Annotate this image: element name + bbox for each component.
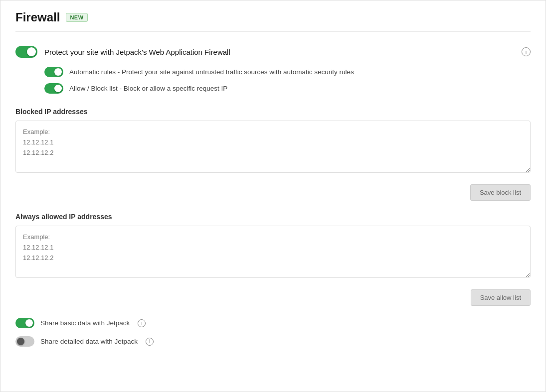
share-basic-slider bbox=[15, 318, 34, 328]
allowed-ips-title: Always allowed IP addresses bbox=[15, 213, 531, 221]
save-allow-list-row: Save allow list bbox=[15, 289, 531, 306]
main-firewall-toggle[interactable] bbox=[15, 46, 37, 58]
share-detailed-info-icon[interactable]: i bbox=[146, 338, 154, 346]
save-block-list-button[interactable]: Save block list bbox=[470, 184, 531, 201]
bottom-toggles: Share basic data with Jetpack i Share de… bbox=[15, 318, 531, 347]
automatic-rules-label: Automatic rules - Protect your site agai… bbox=[69, 68, 354, 76]
save-allow-list-button[interactable]: Save allow list bbox=[471, 289, 531, 306]
share-basic-row: Share basic data with Jetpack i bbox=[15, 318, 531, 328]
share-detailed-toggle[interactable] bbox=[15, 336, 34, 347]
main-toggle-row: Protect your site with Jetpack's Web App… bbox=[15, 46, 531, 58]
main-firewall-info-icon[interactable]: i bbox=[522, 47, 531, 56]
main-firewall-toggle-slider bbox=[15, 46, 37, 58]
blocked-ips-textarea[interactable] bbox=[15, 121, 531, 173]
share-detailed-slider bbox=[15, 336, 34, 347]
automatic-rules-toggle[interactable] bbox=[44, 67, 63, 77]
new-badge: NEW bbox=[66, 13, 87, 22]
main-firewall-label: Protect your site with Jetpack's Web App… bbox=[44, 48, 515, 56]
share-basic-toggle[interactable] bbox=[15, 318, 34, 328]
share-detailed-label: Share detailed data with Jetpack bbox=[40, 338, 138, 345]
share-basic-info-icon[interactable]: i bbox=[138, 319, 146, 327]
save-block-list-row: Save block list bbox=[15, 184, 531, 201]
sub-options: Automatic rules - Protect your site agai… bbox=[44, 67, 531, 94]
sub-option-automatic-rules: Automatic rules - Protect your site agai… bbox=[44, 67, 531, 77]
automatic-rules-slider bbox=[44, 67, 63, 77]
allowed-ips-textarea[interactable] bbox=[15, 226, 531, 278]
share-basic-label: Share basic data with Jetpack bbox=[40, 319, 130, 327]
blocked-ips-title: Blocked IP addresses bbox=[15, 108, 531, 116]
allow-block-list-slider bbox=[44, 83, 63, 94]
sub-option-allow-block-list: Allow / Block list - Block or allow a sp… bbox=[44, 83, 531, 94]
page-title: Firewall bbox=[15, 10, 60, 24]
allow-block-list-label: Allow / Block list - Block or allow a sp… bbox=[69, 85, 227, 92]
page-header: Firewall NEW bbox=[15, 10, 531, 32]
share-detailed-row: Share detailed data with Jetpack i bbox=[15, 336, 531, 347]
page-wrapper: Firewall NEW Protect your site with Jetp… bbox=[0, 0, 546, 392]
allowed-ips-section: Always allowed IP addresses bbox=[15, 213, 531, 279]
blocked-ips-section: Blocked IP addresses bbox=[15, 108, 531, 174]
allow-block-list-toggle[interactable] bbox=[44, 83, 63, 94]
